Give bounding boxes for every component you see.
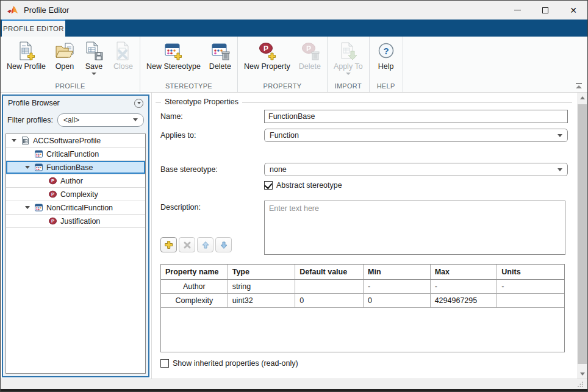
cell-units[interactable] bbox=[497, 294, 564, 307]
tree-item-criticalfunction[interactable]: CriticalFunction bbox=[6, 148, 145, 161]
scroll-down-icon bbox=[580, 372, 585, 376]
delete-property-icon: P bbox=[299, 41, 320, 62]
status-bar bbox=[1, 379, 587, 391]
applies-to-value: Function bbox=[270, 131, 299, 140]
filter-profiles-value: <all> bbox=[63, 116, 79, 124]
new-profile-button[interactable]: New Profile bbox=[2, 40, 50, 72]
svg-text:P: P bbox=[51, 178, 54, 184]
cell-property-name[interactable]: Complexity bbox=[161, 294, 228, 307]
base-stereotype-dropdown[interactable]: none bbox=[264, 163, 568, 176]
close-profile-button: Close bbox=[109, 40, 138, 72]
col-max[interactable]: Max bbox=[431, 265, 498, 279]
new-stereotype-button[interactable]: New Stereotype bbox=[142, 40, 205, 72]
property-table: Property name Type Default value Min Max… bbox=[160, 264, 565, 352]
tab-profile-editor[interactable]: PROFILE EDITOR bbox=[2, 20, 65, 37]
svg-text:P: P bbox=[264, 45, 268, 53]
chevron-down-icon bbox=[133, 118, 138, 121]
tree-item-label: Complexity bbox=[60, 190, 98, 199]
stereotype-icon bbox=[34, 163, 43, 172]
collapse-ribbon-button[interactable] bbox=[575, 83, 583, 88]
table-row[interactable]: Author string - - - bbox=[161, 280, 564, 294]
show-inherited-checkbox[interactable] bbox=[160, 359, 169, 368]
col-property-name[interactable]: Property name bbox=[161, 265, 228, 279]
close-profile-label: Close bbox=[113, 62, 133, 71]
maximize-icon bbox=[542, 7, 548, 13]
description-textarea[interactable]: Enter text here bbox=[264, 201, 565, 255]
apply-to-icon bbox=[338, 41, 359, 62]
section-label-profile: PROFILE bbox=[2, 79, 138, 92]
tree-item-noncriticalfunction[interactable]: NonCriticalFunction bbox=[6, 201, 145, 215]
tree-item-author[interactable]: P Author bbox=[6, 174, 145, 188]
tree-item-functionbase[interactable]: FunctionBase bbox=[6, 161, 145, 174]
property-icon: P bbox=[48, 190, 57, 199]
filter-profiles-label: Filter profiles: bbox=[7, 116, 53, 124]
move-down-button[interactable] bbox=[215, 237, 232, 252]
expand-caret-icon[interactable] bbox=[25, 206, 30, 209]
add-property-button[interactable] bbox=[160, 237, 177, 252]
col-units[interactable]: Units bbox=[497, 265, 564, 279]
cell-type[interactable]: string bbox=[228, 280, 296, 293]
save-dropdown-icon[interactable] bbox=[91, 73, 96, 75]
cell-units[interactable]: - bbox=[497, 280, 564, 293]
section-label-property: PROPERTY bbox=[240, 79, 325, 92]
toolbar-section-profile: New Profile Open bbox=[1, 37, 140, 92]
cell-default-value[interactable]: 0 bbox=[295, 294, 364, 307]
cell-min[interactable]: 0 bbox=[364, 294, 431, 307]
delete-stereotype-button[interactable]: Delete bbox=[205, 40, 235, 72]
cell-max[interactable]: 4294967295 bbox=[431, 294, 498, 307]
open-button[interactable]: Open bbox=[50, 40, 79, 72]
save-button[interactable]: Save bbox=[79, 40, 109, 76]
scrollbar-thumb[interactable] bbox=[578, 104, 587, 364]
tree-item-complexity[interactable]: P Complexity bbox=[6, 188, 145, 201]
scroll-down-button[interactable] bbox=[577, 369, 587, 379]
cell-max[interactable]: - bbox=[431, 280, 498, 293]
scroll-up-button[interactable] bbox=[577, 93, 587, 102]
tree-item-justification[interactable]: P Justification bbox=[6, 215, 145, 228]
col-default-value[interactable]: Default value bbox=[295, 265, 364, 279]
minimize-button[interactable] bbox=[503, 1, 531, 20]
chevron-down-icon bbox=[558, 168, 562, 171]
move-up-button[interactable] bbox=[197, 237, 213, 252]
expand-caret-icon[interactable] bbox=[25, 166, 30, 169]
table-row[interactable]: Complexity uint32 0 0 4294967295 bbox=[161, 294, 564, 308]
tree-item-accsoftwareprofile[interactable]: ACCSoftwareProfile bbox=[6, 134, 145, 148]
section-label-import: IMPORT bbox=[329, 79, 367, 92]
filter-profiles-dropdown[interactable]: <all> bbox=[57, 113, 144, 127]
tree-item-label: Author bbox=[60, 177, 83, 185]
cell-property-name[interactable]: Author bbox=[161, 280, 228, 293]
resize-grip[interactable] bbox=[578, 381, 584, 387]
cell-min[interactable]: - bbox=[364, 280, 431, 293]
new-property-button[interactable]: P New Property bbox=[240, 40, 295, 72]
col-type[interactable]: Type bbox=[228, 265, 296, 279]
toolbar-section-import: Apply To IMPORT bbox=[328, 37, 370, 92]
x-icon bbox=[183, 241, 192, 249]
section-label-help: HELP bbox=[371, 79, 401, 92]
maximize-button[interactable] bbox=[531, 1, 559, 20]
applies-to-dropdown[interactable]: Function bbox=[264, 129, 568, 142]
down-arrow-icon bbox=[220, 241, 228, 249]
close-profile-icon bbox=[113, 41, 134, 62]
matlab-logo-icon bbox=[7, 5, 18, 15]
apply-to-button: Apply To bbox=[329, 40, 367, 76]
cell-default-value[interactable] bbox=[295, 280, 364, 293]
expand-caret-icon[interactable] bbox=[12, 139, 16, 142]
stereotype-properties-legend: Stereotype Properties bbox=[156, 98, 572, 106]
close-button[interactable]: ✕ bbox=[559, 1, 587, 20]
abstract-stereotype-checkbox[interactable] bbox=[264, 181, 273, 190]
window-bottom-edge bbox=[1, 389, 587, 391]
help-button[interactable]: ? Help bbox=[371, 40, 401, 72]
cell-type[interactable]: uint32 bbox=[228, 294, 296, 307]
name-input[interactable] bbox=[264, 110, 568, 123]
window-title: Profile Editor bbox=[24, 5, 69, 15]
toolbar-section-stereotype: New Stereotype Delete STEREOTYPE bbox=[140, 37, 238, 92]
remove-property-button bbox=[179, 237, 195, 252]
profile-icon bbox=[21, 136, 30, 145]
new-property-icon: P bbox=[257, 41, 278, 62]
delete-property-label: Delete bbox=[299, 62, 321, 71]
col-min[interactable]: Min bbox=[364, 265, 431, 279]
save-icon bbox=[84, 41, 104, 62]
panel-menu-icon[interactable] bbox=[134, 99, 143, 108]
vertical-scrollbar[interactable] bbox=[577, 93, 587, 379]
help-label: Help bbox=[378, 62, 394, 71]
delete-stereotype-label: Delete bbox=[209, 62, 231, 71]
